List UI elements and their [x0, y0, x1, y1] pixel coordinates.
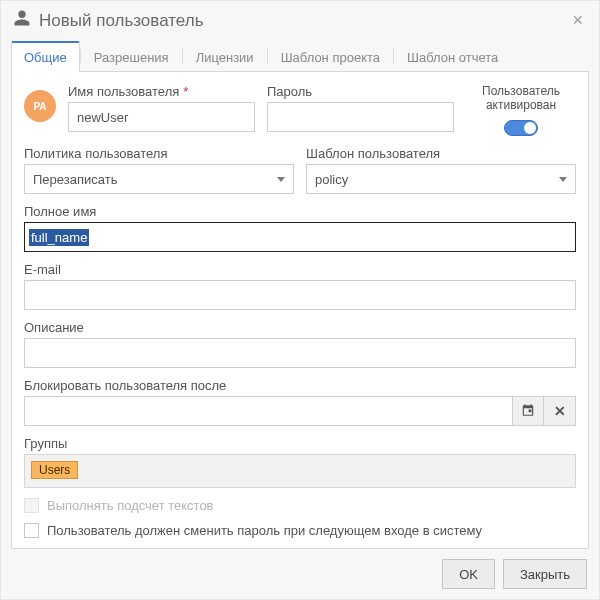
description-label: Описание [24, 320, 576, 335]
chevron-down-icon [559, 177, 567, 182]
user-policy-value: Перезаписать [33, 172, 117, 187]
user-policy-label: Политика пользователя [24, 146, 294, 161]
password-label: Пароль [267, 84, 454, 99]
email-input[interactable] [24, 280, 576, 310]
tab-general[interactable]: Общие [11, 41, 80, 72]
calendar-icon [521, 403, 535, 420]
calendar-button[interactable] [512, 396, 544, 426]
user-template-value: policy [315, 172, 348, 187]
username-input[interactable] [68, 102, 255, 132]
dialog-footer: OK Закрыть [1, 549, 599, 599]
tab-bar: Общие Разрешения Лицензии Шаблон проекта… [1, 40, 599, 71]
must-change-pw-row[interactable]: Пользователь должен сменить пароль при с… [24, 523, 576, 538]
full-name-label: Полное имя [24, 204, 576, 219]
required-mark: * [183, 84, 188, 99]
full-name-selection: full_name [29, 229, 89, 246]
user-icon [13, 9, 31, 32]
new-user-dialog: Новый пользователь × Общие Разрешения Ли… [0, 0, 600, 600]
groups-box[interactable]: Users [24, 454, 576, 488]
activated-toggle[interactable] [504, 120, 538, 136]
tab-report-template[interactable]: Шаблон отчета [394, 42, 511, 72]
groups-label: Группы [24, 436, 576, 451]
activated-block: Пользователь активирован [466, 84, 576, 136]
close-icon: ✕ [554, 403, 566, 419]
user-template-select[interactable]: policy [306, 164, 576, 194]
full-name-input[interactable]: full_name [24, 222, 576, 252]
count-texts-checkbox [24, 498, 39, 513]
tab-permissions[interactable]: Разрешения [81, 42, 182, 72]
must-change-pw-label: Пользователь должен сменить пароль при с… [47, 523, 482, 538]
avatar: PA [24, 90, 56, 122]
user-template-label: Шаблон пользователя [306, 146, 576, 161]
tab-licenses[interactable]: Лицензии [183, 42, 267, 72]
user-policy-select[interactable]: Перезаписать [24, 164, 294, 194]
tab-project-template[interactable]: Шаблон проекта [268, 42, 393, 72]
description-input[interactable] [24, 338, 576, 368]
count-texts-row: Выполнять подсчет текстов [24, 498, 576, 513]
chevron-down-icon [277, 177, 285, 182]
dialog-title: Новый пользователь [39, 11, 568, 31]
count-texts-label: Выполнять подсчет текстов [47, 498, 214, 513]
group-tag[interactable]: Users [31, 461, 78, 479]
toggle-knob [524, 122, 536, 134]
lock-after-label: Блокировать пользователя после [24, 378, 576, 393]
dialog-close-button[interactable]: × [568, 10, 587, 31]
email-label: E-mail [24, 262, 576, 277]
must-change-pw-checkbox[interactable] [24, 523, 39, 538]
dialog-header: Новый пользователь × [1, 1, 599, 36]
general-panel: PA Имя пользователя * Пароль Пользовател… [11, 71, 589, 549]
close-button[interactable]: Закрыть [503, 559, 587, 589]
username-label-text: Имя пользователя [68, 84, 179, 99]
clear-date-button[interactable]: ✕ [544, 396, 576, 426]
activated-label: Пользователь активирован [466, 84, 576, 112]
lock-after-input[interactable] [24, 396, 512, 426]
password-input[interactable] [267, 102, 454, 132]
ok-button[interactable]: OK [442, 559, 495, 589]
username-label: Имя пользователя * [68, 84, 255, 99]
